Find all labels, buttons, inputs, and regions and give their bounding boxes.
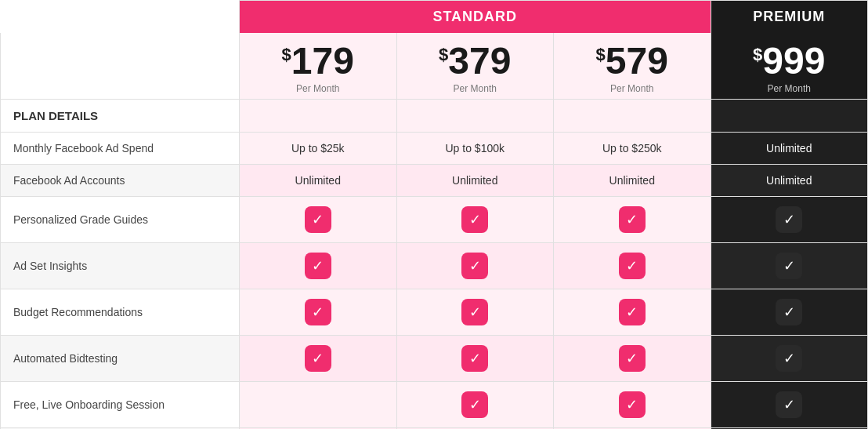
feature-val-5-3: ✓ — [711, 336, 868, 382]
check-dark-icon-6-3: ✓ — [776, 391, 802, 418]
period-579: Per Month — [560, 83, 704, 94]
feature-val-3-0: ✓ — [240, 243, 397, 289]
plan-details-label-row: PLAN DETAILS — [1, 100, 868, 133]
feature-val-6-3: ✓ — [711, 382, 868, 428]
feature-val-1-0: Unlimited — [240, 165, 397, 197]
feature-val-4-0: ✓ — [240, 289, 397, 336]
price-379: $379 — [403, 42, 548, 80]
feature-row-2: Personalized Grade Guides✓✓✓✓ — [1, 197, 868, 243]
check-pink-icon-5-0: ✓ — [305, 345, 331, 372]
feature-name-6: Free, Live Onboarding Session — [1, 382, 240, 428]
feature-val-6-2: ✓ — [554, 382, 711, 428]
feature-name-2: Personalized Grade Guides — [1, 197, 240, 243]
check-pink-icon-5-1: ✓ — [461, 345, 488, 372]
feature-val-0-0: Up to $25k — [240, 133, 397, 165]
feature-name-4: Budget Recommendations — [1, 289, 240, 336]
feature-row-6: Free, Live Onboarding Session✓✓✓ — [1, 382, 868, 428]
feature-val-2-2: ✓ — [554, 197, 711, 243]
feature-row-5: Automated Bidtesting✓✓✓✓ — [1, 336, 868, 382]
feature-val-4-3: ✓ — [711, 289, 868, 336]
check-pink-icon-2-2: ✓ — [619, 206, 646, 233]
pricing-table: STANDARD PREMIUM $179 Per Month $379 Per… — [0, 0, 868, 429]
empty-header — [1, 1, 240, 34]
feature-val-5-1: ✓ — [396, 336, 554, 382]
amount-379: 379 — [448, 40, 511, 82]
check-pink-icon-2-0: ✓ — [305, 206, 331, 233]
feature-row-0: Monthly Facebook Ad SpendUp to $25kUp to… — [1, 133, 868, 165]
check-pink-icon-3-2: ✓ — [619, 253, 646, 279]
plan-details-std3 — [554, 100, 711, 133]
price-579: $579 — [560, 42, 704, 80]
currency-999: $ — [753, 45, 762, 64]
feature-name-1: Facebook Ad Accounts — [1, 165, 240, 197]
price-999: $999 — [718, 42, 862, 80]
check-dark-icon-4-3: ✓ — [776, 299, 802, 325]
feature-val-2-0: ✓ — [240, 197, 397, 243]
plan-details-prem — [711, 100, 868, 133]
check-pink-icon-4-1: ✓ — [461, 299, 488, 325]
price-cell-379: $379 Per Month — [396, 33, 554, 100]
check-dark-icon-2-3: ✓ — [776, 206, 802, 233]
feature-row-3: Ad Set Insights✓✓✓✓ — [1, 243, 868, 289]
period-379: Per Month — [403, 83, 548, 94]
currency-579: $ — [596, 45, 606, 64]
price-cell-999: $999 Per Month — [711, 33, 868, 100]
feature-val-5-2: ✓ — [554, 336, 711, 382]
check-pink-icon-4-2: ✓ — [619, 299, 646, 325]
check-pink-icon-6-1: ✓ — [461, 391, 488, 418]
plan-header-row: STANDARD PREMIUM — [1, 1, 868, 34]
feature-val-6-1: ✓ — [396, 382, 554, 428]
feature-name-0: Monthly Facebook Ad Spend — [1, 133, 240, 165]
price-cell-179: $179 Per Month — [240, 33, 397, 100]
feature-val-3-1: ✓ — [396, 243, 554, 289]
feature-val-3-3: ✓ — [711, 243, 868, 289]
feature-val-1-3: Unlimited — [711, 165, 868, 197]
check-pink-icon-4-0: ✓ — [305, 299, 331, 325]
amount-579: 579 — [606, 40, 668, 82]
feature-val-1-2: Unlimited — [554, 165, 711, 197]
feature-val-0-3: Unlimited — [711, 133, 868, 165]
premium-label: PREMIUM — [753, 9, 825, 24]
check-pink-icon-5-2: ✓ — [619, 345, 646, 372]
feature-val-3-2: ✓ — [554, 243, 711, 289]
period-179: Per Month — [246, 83, 390, 94]
table-body: $179 Per Month $379 Per Month $579 Per M… — [1, 33, 868, 429]
check-pink-icon-3-1: ✓ — [461, 253, 488, 279]
price-row: $179 Per Month $379 Per Month $579 Per M… — [1, 33, 868, 100]
amount-999: 999 — [762, 40, 825, 82]
check-pink-icon-2-1: ✓ — [461, 206, 488, 233]
feature-val-1-1: Unlimited — [396, 165, 554, 197]
currency-179: $ — [282, 45, 291, 64]
check-pink-icon-3-0: ✓ — [305, 253, 331, 279]
feature-val-0-1: Up to $100k — [396, 133, 554, 165]
check-pink-icon-6-2: ✓ — [619, 391, 646, 418]
feature-val-0-2: Up to $250k — [554, 133, 711, 165]
feature-val-2-3: ✓ — [711, 197, 868, 243]
price-cell-579: $579 Per Month — [554, 33, 711, 100]
period-999: Per Month — [718, 83, 862, 94]
price-179: $179 — [246, 42, 390, 80]
standard-label: STANDARD — [432, 9, 517, 24]
feature-row-4: Budget Recommendations✓✓✓✓ — [1, 289, 868, 336]
feature-val-5-0: ✓ — [240, 336, 397, 382]
feature-val-2-1: ✓ — [396, 197, 554, 243]
feature-row-1: Facebook Ad AccountsUnlimitedUnlimitedUn… — [1, 165, 868, 197]
feature-name-3: Ad Set Insights — [1, 243, 240, 289]
check-dark-icon-5-3: ✓ — [776, 345, 802, 372]
plan-details-std1 — [240, 100, 397, 133]
check-dark-icon-3-3: ✓ — [776, 253, 802, 279]
feature-val-6-0 — [240, 382, 397, 428]
premium-header: PREMIUM — [711, 1, 868, 34]
currency-379: $ — [439, 45, 448, 64]
price-feature-spacer — [1, 33, 240, 100]
plan-details-std2 — [396, 100, 554, 133]
feature-val-4-2: ✓ — [554, 289, 711, 336]
standard-header: STANDARD — [240, 1, 711, 34]
plan-details-label: PLAN DETAILS — [1, 100, 240, 133]
feature-val-4-1: ✓ — [396, 289, 554, 336]
feature-name-5: Automated Bidtesting — [1, 336, 240, 382]
amount-179: 179 — [291, 40, 354, 82]
